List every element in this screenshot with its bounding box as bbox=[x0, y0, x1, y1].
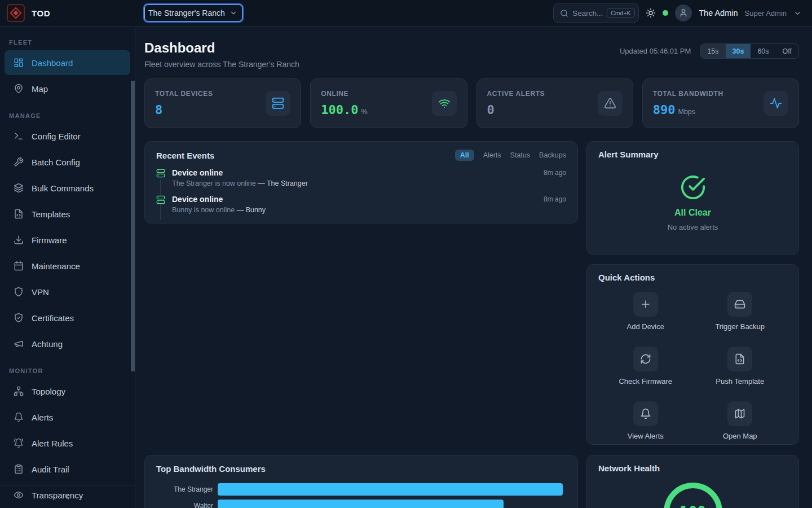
sidebar-item-label: Topology bbox=[32, 387, 65, 396]
theme-toggle-button[interactable] bbox=[646, 8, 656, 18]
sidebar-item-templates[interactable]: Templates bbox=[5, 202, 130, 226]
right-column: Alert Summary All Clear No active alerts… bbox=[586, 141, 799, 508]
sidebar-item-maintenance[interactable]: Maintenance bbox=[5, 253, 130, 278]
sidebar-item-dashboard[interactable]: Dashboard bbox=[5, 50, 130, 75]
filter-all[interactable]: All bbox=[455, 150, 474, 161]
health-score: 100 bbox=[679, 503, 706, 508]
filter-status[interactable]: Status bbox=[510, 151, 530, 159]
wrench-icon bbox=[14, 157, 24, 167]
bar-label: Walter bbox=[156, 502, 218, 508]
trigger-backup-button[interactable]: Trigger Backup bbox=[693, 292, 788, 331]
stat-text: ONLINE 100.0% bbox=[321, 90, 367, 117]
action-label: Add Device bbox=[627, 322, 664, 331]
recent-events-panel: Recent Events All Alerts Status Backups … bbox=[144, 141, 578, 224]
topology-icon bbox=[14, 386, 24, 396]
refresh-option-30s[interactable]: 30s bbox=[726, 44, 751, 58]
sidebar-item-audit-trail[interactable]: Audit Trail bbox=[5, 457, 130, 481]
user-menu-toggle[interactable] bbox=[793, 9, 802, 17]
check-firmware-button[interactable]: Check Firmware bbox=[598, 347, 693, 386]
alert-triangle-icon bbox=[598, 91, 623, 116]
bar bbox=[218, 500, 504, 508]
search-input[interactable]: Search... Cmd+K bbox=[553, 3, 639, 23]
left-column: Recent Events All Alerts Status Backups … bbox=[144, 141, 578, 508]
sidebar-item-label: Audit Trail bbox=[32, 465, 69, 474]
map-icon bbox=[727, 401, 752, 426]
action-label: Check Firmware bbox=[619, 377, 672, 386]
chevron-left-icon bbox=[63, 492, 72, 501]
refresh-option-off[interactable]: Off bbox=[776, 44, 798, 58]
stat-text: TOTAL BANDWIDTH 890Mbps bbox=[653, 90, 723, 117]
alert-summary-panel: Alert Summary All Clear No active alerts bbox=[586, 141, 799, 255]
sidebar-item-alerts[interactable]: Alerts bbox=[5, 405, 130, 430]
panel-title: Recent Events bbox=[156, 151, 214, 160]
sidebar-item-firmware[interactable]: Firmware bbox=[5, 227, 130, 252]
sidebar-item-label: Alerts bbox=[32, 413, 53, 422]
brand: TOD bbox=[0, 4, 135, 22]
sidebar-collapse-button[interactable] bbox=[0, 485, 135, 508]
sidebar-item-batch-config[interactable]: Batch Config bbox=[5, 150, 130, 174]
panel-title: Alert Summary bbox=[598, 150, 787, 159]
sidebar-item-map[interactable]: Map bbox=[5, 76, 130, 101]
stat-card-total-devices: TOTAL DEVICES 8 bbox=[144, 78, 301, 128]
open-map-button[interactable]: Open Map bbox=[693, 401, 788, 440]
sidebar-item-alert-rules[interactable]: Alert Rules bbox=[5, 431, 130, 456]
add-device-button[interactable]: Add Device bbox=[598, 292, 693, 331]
page-subtitle: Fleet overview across The Stranger's Ran… bbox=[144, 60, 299, 69]
server-icon bbox=[156, 169, 165, 178]
push-template-button[interactable]: Push Template bbox=[693, 347, 788, 386]
quick-actions-panel: Quick Actions Add Device Trigger Backup … bbox=[586, 264, 799, 445]
bar-track bbox=[218, 483, 566, 496]
sidebar-item-bulk-commands[interactable]: Bulk Commands bbox=[5, 176, 130, 200]
stat-cards: TOTAL DEVICES 8 ONLINE 100.0% ACTIVE ALE… bbox=[144, 78, 799, 128]
org-select[interactable]: The Stranger's Ranch bbox=[144, 5, 242, 21]
action-label: Push Template bbox=[716, 377, 764, 386]
sidebar-item-vpn[interactable]: VPN bbox=[5, 279, 130, 304]
page-header: Dashboard Fleet overview across The Stra… bbox=[144, 40, 799, 69]
filter-alerts[interactable]: Alerts bbox=[483, 151, 501, 159]
refresh-option-60s[interactable]: 60s bbox=[751, 44, 775, 58]
view-alerts-button[interactable]: View Alerts bbox=[598, 401, 693, 440]
refresh-option-15s[interactable]: 15s bbox=[700, 44, 725, 58]
sidebar-item-config-editor[interactable]: Config Editor bbox=[5, 124, 130, 148]
sidebar-item-label: Firmware bbox=[32, 235, 67, 245]
stat-value: 890 bbox=[653, 103, 676, 117]
sidebar-scrollbar[interactable] bbox=[131, 81, 135, 371]
recent-events-header: Recent Events All Alerts Status Backups bbox=[156, 150, 566, 161]
bell-icon bbox=[14, 412, 24, 422]
sidebar-item-achtung[interactable]: Achtung bbox=[5, 331, 130, 356]
filter-backups[interactable]: Backups bbox=[539, 151, 566, 159]
event-device: — The Stranger bbox=[258, 179, 308, 187]
avatar[interactable] bbox=[675, 5, 692, 21]
sidebar-item-certificates[interactable]: Certificates bbox=[5, 305, 130, 330]
section-label-fleet: FLEET bbox=[9, 39, 135, 46]
megaphone-icon bbox=[14, 339, 24, 349]
list-item[interactable]: Device online 8m ago Bunny is now online… bbox=[156, 195, 566, 214]
stat-value: 8 bbox=[155, 103, 162, 117]
bell-ring-icon bbox=[14, 438, 24, 448]
event-filters: All Alerts Status Backups bbox=[455, 150, 566, 161]
stat-card-online: ONLINE 100.0% bbox=[310, 78, 467, 128]
sidebar: FLEET Dashboard Map MANAGE Config Editor… bbox=[0, 27, 135, 508]
map-pin-icon bbox=[14, 84, 24, 94]
org-select-value: The Stranger's Ranch bbox=[148, 8, 225, 17]
main-content: Dashboard Fleet overview across The Stra… bbox=[135, 27, 812, 508]
bell-icon bbox=[633, 401, 658, 426]
wifi-icon bbox=[432, 91, 457, 116]
sidebar-item-label: Achtung bbox=[32, 339, 63, 349]
stat-card-active-alerts: ACTIVE ALERTS 0 bbox=[476, 78, 633, 128]
terminal-icon bbox=[14, 131, 24, 141]
event-device: — Bunny bbox=[237, 206, 266, 214]
bandwidth-row: The Stranger bbox=[156, 483, 566, 496]
events-list: Device online 8m ago The Stranger is now… bbox=[156, 168, 566, 214]
section-label-monitor: MONITOR bbox=[9, 367, 135, 374]
user-role: Super Admin bbox=[745, 9, 787, 17]
app-name: TOD bbox=[32, 8, 50, 18]
sidebar-item-topology[interactable]: Topology bbox=[5, 379, 130, 404]
list-item[interactable]: Device online 8m ago The Stranger is now… bbox=[156, 168, 566, 187]
clipboard-icon bbox=[14, 464, 24, 474]
bar bbox=[218, 483, 563, 496]
event-time: 8m ago bbox=[544, 195, 566, 203]
file-code-icon bbox=[727, 347, 752, 371]
panel-title: Network Health bbox=[598, 463, 660, 473]
alert-status: All Clear bbox=[674, 208, 711, 218]
